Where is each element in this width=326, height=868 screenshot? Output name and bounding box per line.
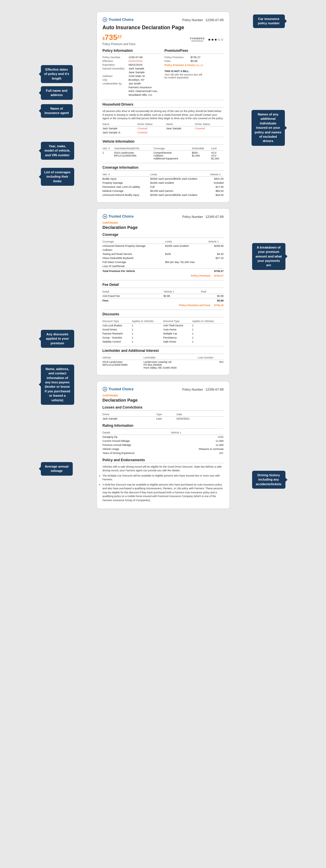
disc-type2-1: Anti-Theft Device [163,323,192,328]
logo-text2: Trusted Choice [109,214,134,218]
household-title: Household Drivers [103,102,224,107]
expiration-value: 06/01/2019 [129,63,142,66]
driver-status1: Covered [137,126,166,130]
premium-whole: 735 [105,33,117,42]
disc-type1-5: Stability Control [103,340,132,344]
disc-col-applies1: Applies to Vehicles [132,319,163,323]
loss-driver-1: Jack Sample [103,416,157,421]
policy-fees-total-value: $736.15 [214,304,224,307]
svg-text:✦: ✦ [104,388,106,391]
table-row: Jack Sample Covered Jane Sample Covered [103,126,224,130]
cov2-limit-3: $100 [165,252,208,256]
not-bill-sub-text: Your bill with the amount due willbe mai… [165,73,224,79]
not-bill-section: THIS IS NOT A BILL. Your bill with the a… [165,70,224,79]
loss-type-1: Loss [156,416,176,421]
rating-detail-4: Vehicle Usage [103,447,171,451]
fees-row: Fees $0.88 [165,59,224,62]
premium-fees-section: Premium/Fees Policy Premium $735.27 Fees… [165,49,224,97]
disc-type2-5: Safe Driver [163,340,192,344]
table-row: Full Glass Coverage $50 per day / $1,000… [103,260,224,264]
cov2-limit-4 [165,256,208,260]
driver-name3: Jack Sample Jr. [103,130,138,134]
table-row: Years of Driving Experience 10+ [103,451,224,455]
continued-label3: CONTINUED [103,394,224,397]
city-value: Brooklyn, NY [129,78,144,81]
cov-limit-4: $5,000 each person [150,189,210,193]
rating-value-3: 11,000 [171,443,223,447]
table-row: Anti-Lock Brakes 1 Anti-Theft Device 1 [103,323,224,328]
rating-col-details: Details [103,431,171,435]
veh-limit: ACVACV$1,000 [211,151,224,161]
rating-value-1: 1121 [171,435,223,439]
lien-title: Lienholder and Additional Interest [103,349,224,354]
list-item: A Multi-line Discount may be available t… [103,483,224,503]
policy-number-header: Policy Number 12345-67-89 [182,17,223,22]
endorsements-list: The Multiple Car Discount will be availa… [103,474,224,503]
fee-col-total: Total [200,290,223,294]
policy-premium-value2: $735.27 [214,274,224,277]
driver-name2: Jane Sample [166,126,195,130]
disc-applies2-2: 1 [192,328,224,332]
table-row: Good Drives 1 Auto-Home 1 [103,328,224,332]
policy-premium-row: Policy Premium $735.27 [165,56,224,59]
cov2-amount-5 [208,260,223,264]
insured-value2: Jane Sample [129,71,144,74]
rating-stars: ★★★☆☆ [208,38,224,42]
policy-number-header3: Policy Number 12345-67-89 [182,386,223,392]
driver-col-status1: Driver Status [137,122,166,126]
underwritten-city: Woodland Hills, CA [129,93,153,96]
lien-col-loan: Loan Number [198,355,223,360]
fees-subtotal-row: Fees $0.88 [103,298,224,303]
table-row: Medical Coverage $5,000 each person $66.… [103,189,224,193]
table-row: Glass Deductible Buyback/ $27.10 [103,256,224,260]
losses-col-driver: Driver [103,412,157,416]
cov2-type-2: Collision [103,248,165,252]
cov-limit-2: $100K each incident [150,181,210,185]
table-row: Collision [103,248,224,252]
fee-col-detail: Detail [103,290,164,294]
disc-type2-4: Persistency [163,336,192,340]
effective-row: Effective 01/01/2019 [103,59,162,62]
policy-premium-label: Policy Premium [165,56,191,59]
card2-title: Declaration Page [103,225,224,230]
card2-header: ✦ Trusted Choice Policy Number 12345-67-… [103,214,224,219]
cov2-type-5: Full Glass Coverage [103,260,165,264]
coverage-table2: Coverage Limits Vehicle 1 Uninsured Moto… [103,240,224,273]
svg-text:✦: ✦ [104,18,106,22]
total-label: Total Premium Per Vehicle [103,268,208,273]
cov-type-2: Property Damage [103,181,151,185]
disc-col-type1: Discount Type [103,319,132,323]
driver-status4 [195,130,224,134]
premium-fees-title: Premium/Fees [165,49,224,54]
annotation-driving: Driving history including any accidents/… [252,471,286,489]
cov-type-5: Uninsured Motorist Bodily Injury [103,193,151,197]
table-row: Vehicle Usage Pleasure or commute [103,447,224,451]
cov-amount-1: $301.50 [210,177,224,181]
disc-applies1-4: 1 [132,336,163,340]
veh-col-num: Veh. # [103,146,114,151]
underwritten-row3: 6301 Owensmouth Ave, [103,89,162,93]
card1-header: ✦ Trusted Choice Policy Number 12345-67-… [103,17,224,22]
underwritten-row: Underwritten by Joe Smith [103,82,162,85]
policy-number-value-header3: 12345-67-89 [206,388,223,391]
card3-title: Declaration Page [103,398,224,402]
list-item: The Multiple Car Discount will be availa… [103,474,224,482]
farmers-label: FARMERS [190,37,205,40]
card-3: ✦ Trusted Choice Policy Number 12345-67-… [97,381,230,509]
policy-premium-row2: Policy Premium $735.27 [103,274,224,277]
driver-col-name2: Name [166,122,195,126]
cov-col-v1: Vehicle 1 [210,173,224,177]
loss-date-1: 01/01/2011 [176,416,223,421]
rating-detail-3: Previous Annual Mileage [103,443,171,447]
fees-subtotal-v1 [163,298,200,303]
table-row: 1 2019 LandcruiserWP1AA1234567890 Compre… [103,151,224,161]
total-row: Total Premium Per Vehicle $735.27 [103,268,224,273]
policy-number-label-header: Policy Number [182,18,203,22]
policy-info-section: Policy Information Policy Number 1235-67… [103,49,162,97]
logo: ✦ Trusted Choice [103,18,134,22]
lien-lienholder: Landcruiser Leasing LtdPO Box 650500Hunt… [143,360,198,370]
driver-name4 [166,130,195,134]
table-row: Uninsured Motorist Property Damage $100K… [103,244,224,248]
farmers-logo: FARMERS INSURANCE ★★★☆☆ [190,37,223,42]
policy-number-value-header2: 12345-67-89 [206,215,223,218]
